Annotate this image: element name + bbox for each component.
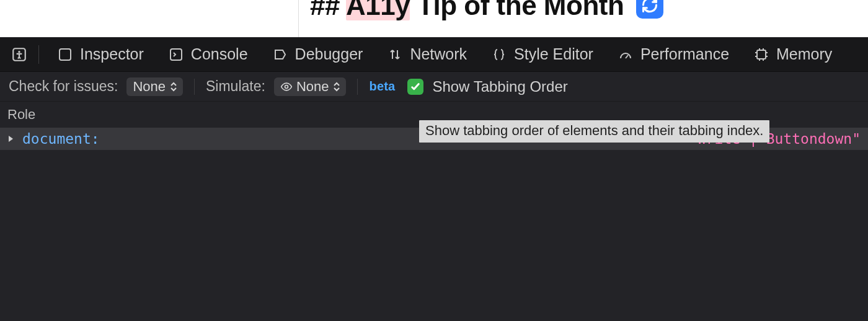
tab-performance[interactable]: Performance (608, 37, 739, 72)
show-tabbing-label: Show Tabbing Order (432, 78, 567, 95)
simulate-select[interactable]: None (274, 77, 347, 96)
accessibility-subbar: Check for issues: None Simulate: None be… (0, 72, 868, 102)
refresh-icon[interactable] (636, 0, 663, 19)
subbar-separator (357, 79, 358, 95)
tab-memory[interactable]: Memory (744, 37, 842, 72)
page-area: ## A11y Tip of the Month (0, 0, 868, 37)
simulate-value: None (296, 79, 329, 95)
tab-performance-label: Performance (640, 45, 729, 63)
svg-rect-4 (757, 50, 766, 59)
page-content: ## A11y Tip of the Month (299, 0, 868, 37)
tooltip: Show tabbing order of elements and their… (419, 120, 769, 143)
tab-inspector-label: Inspector (80, 45, 144, 63)
devtools-panel: Inspector Console Debugger Network Style… (0, 37, 868, 321)
svg-point-1 (18, 50, 20, 52)
stepper-icon (334, 82, 340, 92)
page-left-gutter (0, 0, 299, 37)
stepper-icon (170, 82, 177, 92)
tab-debugger[interactable]: Debugger (263, 37, 373, 72)
tab-debugger-label: Debugger (295, 45, 363, 63)
check-issues-label: Check for issues: (9, 78, 118, 95)
headline: ## A11y Tip of the Month (310, 0, 663, 19)
headline-prefix: ## (310, 0, 346, 20)
tab-style-editor-label: Style Editor (514, 45, 593, 63)
show-tabbing-checkbox[interactable] (407, 79, 423, 95)
toolbar-separator (38, 45, 39, 64)
subbar-separator (194, 79, 195, 95)
simulate-label: Simulate: (206, 78, 265, 95)
tree-row-role: document: (22, 131, 100, 147)
check-issues-select[interactable]: None (126, 77, 183, 96)
tab-console[interactable]: Console (159, 37, 258, 72)
accessibility-icon[interactable] (9, 44, 30, 65)
svg-rect-2 (60, 49, 71, 60)
tab-inspector[interactable]: Inspector (48, 37, 154, 72)
tab-memory-label: Memory (776, 45, 832, 63)
tab-console-label: Console (191, 45, 248, 63)
svg-point-5 (285, 85, 288, 88)
tab-network-label: Network (410, 45, 467, 63)
devtools-toolbar: Inspector Console Debugger Network Style… (0, 37, 868, 72)
eye-icon (280, 81, 293, 93)
twisty-icon[interactable] (7, 135, 17, 143)
tab-network[interactable]: Network (378, 37, 477, 72)
beta-badge: beta (369, 79, 395, 94)
check-issues-value: None (133, 79, 166, 95)
tab-style-editor[interactable]: Style Editor (482, 37, 603, 72)
headline-a11y: A11y (346, 0, 410, 20)
headline-rest: Tip of the Month (410, 0, 631, 20)
